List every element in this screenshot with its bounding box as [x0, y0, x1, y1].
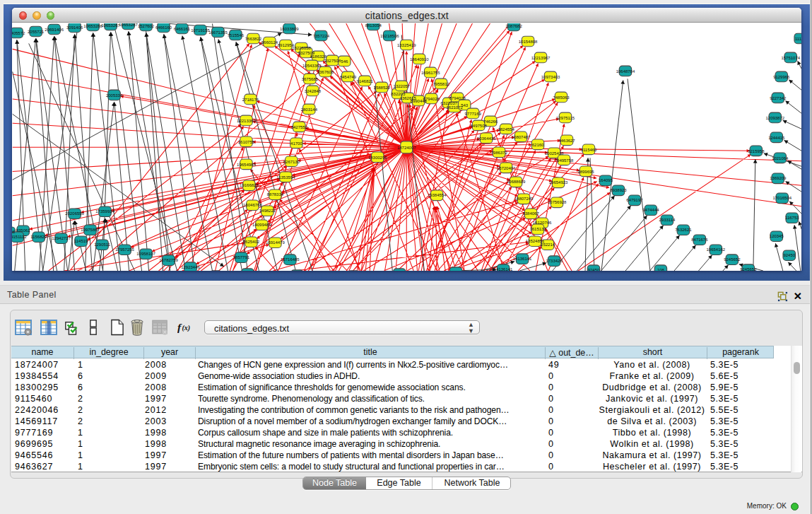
svg-text:12213369: 12213369 [237, 119, 256, 123]
svg-text:10958107: 10958107 [136, 252, 155, 256]
svg-text:9146821: 9146821 [357, 79, 374, 83]
svg-text:18300295: 18300295 [368, 156, 387, 160]
svg-text:10688609: 10688609 [507, 180, 526, 185]
svg-text:16033809: 16033809 [280, 27, 299, 31]
svg-text:2005334: 2005334 [106, 93, 123, 98]
svg-text:3242848: 3242848 [305, 89, 322, 93]
svg-text:6479197: 6479197 [626, 198, 643, 202]
svg-text:7515546: 7515546 [228, 33, 245, 37]
svg-text:8813054: 8813054 [365, 23, 382, 28]
svg-text:8427552: 8427552 [291, 125, 308, 129]
svg-text:9115460: 9115460 [581, 148, 598, 152]
svg-text:16782759: 16782759 [159, 258, 178, 262]
svg-text:16120746: 16120746 [533, 221, 552, 225]
svg-text:8938923: 8938923 [610, 188, 627, 192]
svg-text:19218506: 19218506 [380, 34, 399, 38]
svg-text:1021064: 1021064 [772, 156, 789, 160]
svg-text:79495758: 79495758 [555, 158, 574, 163]
svg-text:(x): (x) [182, 323, 190, 332]
svg-text:6794028: 6794028 [449, 96, 466, 100]
svg-text:10973403: 10973403 [541, 75, 560, 79]
svg-text:18640910: 18640910 [410, 57, 429, 62]
svg-text:7357224: 7357224 [313, 34, 330, 38]
svg-text:92450: 92450 [588, 268, 600, 270]
svg-text:8878334: 8878334 [267, 192, 284, 197]
svg-text:8660124: 8660124 [261, 40, 278, 45]
svg-text:83506: 83506 [12, 230, 16, 234]
svg-text:10654162: 10654162 [707, 247, 726, 252]
svg-text:7663822: 7663822 [245, 37, 262, 41]
svg-text:10025438: 10025438 [545, 151, 564, 156]
svg-text:15716485: 15716485 [281, 257, 300, 262]
svg-text:9327508: 9327508 [324, 59, 341, 63]
svg-text:6497508: 6497508 [470, 124, 487, 128]
svg-text:10756928: 10756928 [548, 200, 567, 204]
svg-text:14136141: 14136141 [494, 267, 513, 270]
svg-text:19166825: 19166825 [240, 184, 259, 188]
svg-text:9463627: 9463627 [558, 139, 575, 143]
svg-text:92450: 92450 [783, 253, 795, 257]
svg-text:23226058: 23226058 [292, 46, 311, 50]
svg-text:2933114: 2933114 [659, 218, 676, 222]
svg-text:546: 546 [341, 59, 348, 64]
svg-text:20691406: 20691406 [45, 28, 64, 32]
svg-text:16046768: 16046768 [243, 203, 262, 207]
svg-text:1733426: 1733426 [546, 259, 563, 263]
svg-text:1322057: 1322057 [394, 84, 411, 88]
svg-text:11353594: 11353594 [276, 175, 295, 180]
svg-text:116753: 116753 [785, 216, 799, 220]
svg-text:19654923: 19654923 [549, 181, 568, 185]
svg-text:7632621: 7632621 [675, 228, 692, 232]
svg-text:19384554: 19384554 [428, 193, 447, 197]
svg-text:8471676: 8471676 [691, 238, 708, 242]
svg-text:10807487: 10807487 [512, 135, 531, 139]
svg-text:9857791: 9857791 [233, 255, 250, 259]
svg-text:18724007: 18724007 [397, 146, 416, 150]
svg-text:9227342: 9227342 [770, 96, 787, 100]
svg-text:12942737: 12942737 [52, 236, 71, 240]
svg-text:1244415: 1244415 [768, 136, 785, 140]
svg-text:10653267: 10653267 [101, 23, 120, 28]
svg-text:20206556: 20206556 [65, 211, 84, 216]
svg-text:2803144: 2803144 [301, 107, 318, 112]
svg-text:1369209: 1369209 [770, 177, 787, 181]
svg-text:3675685: 3675685 [302, 77, 319, 81]
svg-text:2367608: 2367608 [317, 70, 334, 74]
svg-text:10543362: 10543362 [302, 64, 322, 68]
svg-text:835061: 835061 [16, 228, 31, 233]
svg-text:10154808: 10154808 [519, 40, 538, 44]
svg-text:16671355: 16671355 [208, 30, 228, 35]
svg-text:252214: 252214 [541, 243, 555, 247]
svg-text:41700: 41700 [290, 141, 302, 146]
svg-text:7955812: 7955812 [433, 82, 450, 86]
svg-text:17016504: 17016504 [772, 196, 792, 200]
svg-text:15720407: 15720407 [497, 166, 516, 170]
svg-text:12923446: 12923446 [181, 265, 200, 269]
svg-text:10653287: 10653287 [119, 23, 138, 27]
svg-text:8215958: 8215958 [748, 149, 765, 153]
svg-text:1498222: 1498222 [259, 209, 276, 213]
svg-text:12975115: 12975115 [556, 116, 575, 120]
svg-text:2718176: 2718176 [242, 98, 259, 102]
svg-text:3091406: 3091406 [66, 25, 83, 30]
svg-text:6466161: 6466161 [174, 27, 191, 31]
svg-text:1615132: 1615132 [529, 227, 546, 231]
svg-text:10975867: 10975867 [81, 228, 100, 232]
svg-text:7625402: 7625402 [243, 240, 260, 244]
svg-text:120345: 120345 [770, 234, 784, 238]
svg-text:9129966: 9129966 [773, 75, 790, 79]
svg-text:9245652: 9245652 [740, 267, 757, 270]
svg-text:1610755: 1610755 [238, 140, 255, 144]
svg-text:9899695: 9899695 [577, 170, 594, 174]
svg-text:164095: 164095 [599, 179, 613, 183]
svg-text:108: 108 [657, 268, 665, 270]
svg-text:9384067: 9384067 [522, 211, 539, 216]
svg-text:13325419: 13325419 [397, 43, 416, 47]
svg-text:62160: 62160 [532, 143, 544, 147]
svg-text:10648784: 10648784 [616, 69, 635, 74]
svg-text:17957255: 17957255 [115, 247, 134, 252]
svg-text:16914479: 16914479 [266, 240, 285, 245]
svg-text:10653288: 10653288 [83, 24, 102, 28]
svg-text:3824554: 3824554 [498, 127, 514, 132]
svg-text:39151112: 39151112 [12, 235, 27, 239]
